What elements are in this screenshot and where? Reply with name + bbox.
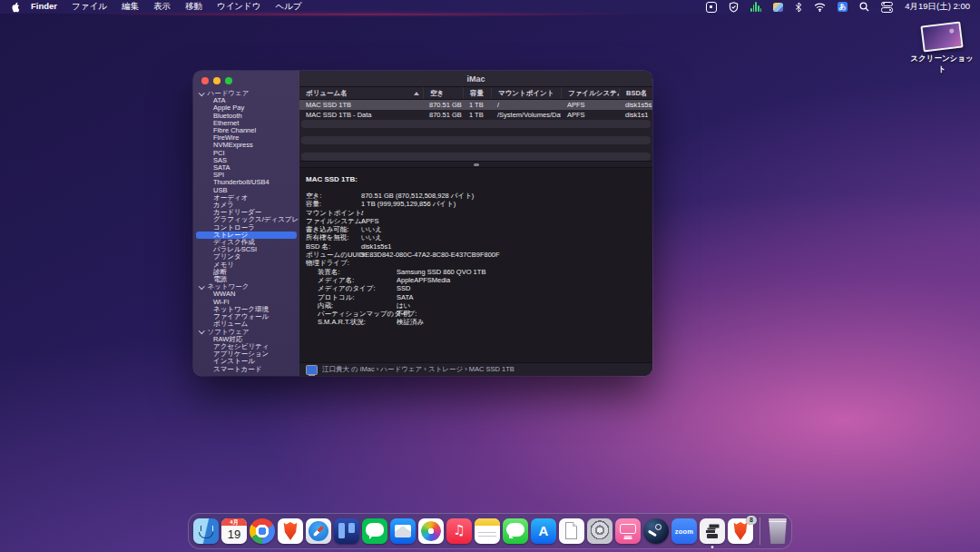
close-button[interactable] [201, 77, 209, 84]
table-row-empty[interactable] [301, 128, 651, 136]
table-row[interactable]: MAC SSD 1TB - Data870.51 GB1 TB/System/V… [299, 110, 652, 120]
dock-icon-pink-display[interactable] [615, 518, 641, 544]
dock-icon-safari[interactable] [306, 518, 331, 544]
dock-icon-system-preferences[interactable] [587, 518, 612, 544]
detail-label: パーティションマップのタイプ: [318, 310, 397, 318]
sidebar-group-header[interactable]: ネットワーク [193, 283, 299, 291]
sidebar-item[interactable]: カードリーダー [193, 209, 299, 216]
sidebar-item[interactable]: Apple Pay [193, 104, 299, 112]
column-header[interactable]: ファイルシステム [561, 87, 619, 99]
sidebar-item[interactable]: Bluetooth [193, 113, 299, 120]
sidebar-item[interactable]: Ethernet [193, 120, 299, 127]
sidebar-item[interactable]: FireWire [193, 134, 299, 142]
dock-icon-messages[interactable] [503, 518, 528, 544]
sidebar-item[interactable]: SPI [193, 172, 299, 179]
sidebar-item[interactable]: 診断 [193, 269, 299, 276]
sidebar-item[interactable]: グラフィックス/ディスプレイ [193, 216, 299, 223]
dock-icon-trash[interactable] [767, 518, 789, 544]
dock-icon-photos[interactable] [418, 518, 444, 544]
menu-item-6[interactable]: ヘルプ [269, 1, 309, 11]
sidebar-item[interactable]: パラレルSCSI [193, 246, 299, 253]
menu-item-4[interactable]: 移動 [178, 1, 210, 11]
dock-icon-notes[interactable] [475, 518, 500, 544]
minimize-button[interactable] [213, 77, 220, 84]
sidebar-item[interactable]: ファイアウォール [193, 313, 299, 320]
sidebar-item[interactable]: WWAN [193, 291, 299, 298]
sidebar-item[interactable]: アプリケーション [193, 350, 299, 358]
desktop-screenshot-file[interactable]: スクリーンショット [909, 24, 975, 75]
dock-icon-blue-panels[interactable] [334, 518, 359, 544]
color-app-icon[interactable] [773, 2, 783, 13]
sidebar-item[interactable]: PCI [193, 150, 299, 157]
menu-item-2[interactable]: 編集 [114, 1, 146, 11]
window-titlebar[interactable]: iMac [299, 71, 652, 87]
sidebar-group-header[interactable]: ソフトウェア [193, 329, 299, 336]
detail-value: APFS [361, 217, 379, 225]
sidebar-item[interactable]: RAW対応 [193, 336, 299, 343]
sidebar-item[interactable]: インストール [193, 358, 299, 365]
detail-row: 書き込み可能:いいえ [306, 225, 647, 233]
sidebar-item[interactable]: アクセシビリティ [193, 343, 299, 350]
table-row-empty[interactable] [301, 120, 651, 128]
spotlight-icon[interactable] [859, 2, 869, 13]
column-header[interactable]: BSD名 [619, 87, 652, 99]
sidebar-item[interactable]: Wi-Fi [193, 299, 299, 306]
sidebar-item[interactable]: USB [193, 187, 299, 194]
sidebar-item[interactable]: カメラ [193, 202, 299, 209]
detail-label: プロトコル: [318, 293, 397, 301]
table-row-empty[interactable] [301, 144, 651, 153]
sidebar-item[interactable]: スマートカード [193, 366, 299, 373]
dock-icon-line[interactable] [362, 518, 387, 544]
menu-bar-clock[interactable]: 4月19日(土) 2:00 [905, 1, 970, 13]
dock-icon-brave2[interactable]: 8 [728, 518, 753, 544]
column-header[interactable]: ボリューム名 [299, 87, 423, 99]
dock-icon-unarchiver[interactable] [700, 518, 725, 544]
sidebar-item[interactable]: オーディオ [193, 194, 299, 202]
waveform-icon[interactable] [750, 2, 761, 12]
shield-check-icon[interactable] [729, 2, 739, 13]
column-header[interactable]: 容量 [463, 87, 491, 99]
zoom-window-button[interactable] [225, 77, 232, 84]
password-box-icon[interactable] [706, 2, 717, 13]
table-row-empty[interactable] [301, 136, 651, 144]
sidebar-item[interactable]: ディスク作成 [193, 239, 299, 246]
sidebar-item[interactable]: メモリ [193, 261, 299, 269]
menu-item-5[interactable]: ウインドウ [210, 1, 269, 11]
sidebar-item[interactable]: ネットワーク環境 [193, 306, 299, 313]
sidebar-item[interactable]: ストレージ [196, 232, 297, 239]
dock-icon-music[interactable] [446, 518, 472, 544]
sidebar-group-label: ソフトウェア [208, 329, 250, 336]
dock-icon-mail[interactable] [390, 518, 416, 544]
menu-item-0[interactable]: Finder [24, 1, 64, 11]
splitter-handle-icon[interactable] [474, 163, 479, 166]
dock-icon-steam[interactable] [643, 518, 669, 544]
bluetooth-icon[interactable] [795, 2, 802, 13]
sidebar-item[interactable]: プリンタ [193, 253, 299, 261]
table-row[interactable]: MAC SSD 1TB870.51 GB1 TB/APFSdisk1s5s1 [299, 100, 652, 110]
dock-icon-brave[interactable] [278, 518, 303, 544]
input-method-icon[interactable]: あ [838, 2, 848, 12]
sidebar-item[interactable]: SAS [193, 157, 299, 164]
wifi-icon[interactable] [814, 2, 826, 13]
menu-item-3[interactable]: 表示 [146, 1, 178, 11]
sidebar-item[interactable]: Fibre Channel [193, 127, 299, 134]
column-header[interactable]: 空き [423, 87, 463, 99]
sidebar-item[interactable]: ATA [193, 97, 299, 104]
dock-icon-document[interactable] [559, 518, 584, 544]
sidebar-group-header[interactable]: ハードウェア [193, 90, 299, 97]
column-header[interactable]: マウントポイント [491, 87, 561, 99]
control-center-icon[interactable] [881, 2, 893, 13]
dock-icon-calendar[interactable]: 4月19 [221, 518, 247, 544]
sidebar-item[interactable]: Thunderbolt/USB4 [193, 179, 299, 186]
dock-icon-zoom[interactable]: zoom [671, 518, 697, 544]
sidebar-item[interactable]: SATA [193, 164, 299, 172]
pane-splitter[interactable] [299, 161, 652, 168]
dock-icon-finder[interactable] [193, 518, 219, 544]
dock-icon-app-store[interactable] [531, 518, 556, 544]
sidebar-item[interactable]: NVMExpress [193, 142, 299, 149]
dock-icon-chrome[interactable] [250, 518, 275, 544]
sidebar-item[interactable]: コントローラ [193, 224, 299, 232]
table-row-empty[interactable] [301, 153, 651, 161]
menu-item-1[interactable]: ファイル [64, 1, 114, 11]
apple-menu[interactable] [10, 2, 20, 13]
